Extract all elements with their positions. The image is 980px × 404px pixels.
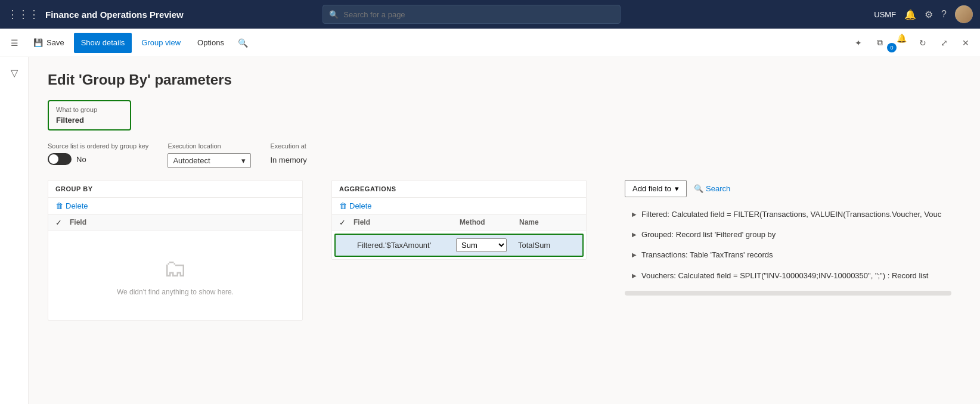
global-search[interactable]: 🔍 [322,5,621,24]
show-details-button[interactable]: Show details [74,33,132,53]
what-to-group-box[interactable]: What to group Filtered [48,100,131,130]
tree-list: ▶ Filtered: Calculated field = FILTER(Tr… [625,204,951,286]
toolbar: ☰ 💾 Save Show details Group view Options… [0,29,980,57]
global-search-input[interactable] [343,10,614,19]
aggregations-section: AGGREGATIONS 🗑 Delete ✓ Field Method Nam… [331,180,587,260]
execution-location-select[interactable]: Autodetect ▾ [168,153,251,168]
source-ordered-field: Source list is ordered by group key No [48,142,148,165]
execution-at-value: In memory [270,153,306,167]
avatar[interactable] [955,5,973,23]
page-title: Edit 'Group By' parameters [48,72,961,88]
toggle-switch[interactable] [48,153,72,165]
agg-field-header: Field [353,218,460,227]
right-panel-toolbar: Add field to ▾ 🔍 Search [625,180,951,197]
empty-icon: 🗂 [163,255,187,282]
expand-icon-filtered: ▶ [632,210,637,219]
notification-badge: 0 [887,43,897,52]
search-magnifier-icon: 🔍 [329,10,339,19]
tree-item-transactions-text: Transactions: Table 'TaxTrans' records [641,250,944,260]
save-button[interactable]: 💾 Save [26,33,72,53]
agg-row-field: Filtered.'$TaxAmount' [357,241,456,250]
execution-location-field: Execution location Autodetect ▾ [168,142,251,168]
options-button[interactable]: Options [190,33,231,53]
dropdown-icon: ▾ [675,184,679,193]
help-icon[interactable]: ? [941,9,947,20]
agg-trash-icon: 🗑 [339,201,347,210]
save-icon: 💾 [33,38,43,47]
main-layout: ▽ Edit 'Group By' parameters What to gro… [0,57,980,404]
agg-method-select[interactable]: Sum [456,238,507,252]
topbar-right: USMF 🔔 ⚙ ? [874,5,973,23]
what-to-group-label: What to group [56,106,123,113]
aggregations-table-header: ✓ Field Method Name [332,215,586,231]
hamburger-button[interactable]: ☰ [5,33,24,52]
toolbar-right: ✦ ⧉ 🔔 0 ↻ ⤢ ✕ [849,29,975,57]
refresh-button[interactable]: ↻ [913,33,932,52]
execution-location-label: Execution location [168,142,251,150]
tree-item-grouped[interactable]: ▶ Grouped: Record list 'Filtered' group … [625,225,951,245]
add-field-label: Add field to [632,184,671,193]
source-ordered-label: Source list is ordered by group key [48,142,148,150]
search-icon: 🔍 [694,184,703,193]
what-to-group-value: Filtered [56,116,123,125]
aggregation-row[interactable]: Filtered.'$TaxAmount' Sum TotalSum [334,234,584,257]
agg-row-name: TotalSum [516,241,575,250]
main-content: Edit 'Group By' parameters What to group… [29,57,980,404]
agg-row-method[interactable]: Sum [456,238,516,252]
empty-text: We didn't find anything to show here. [117,288,234,296]
tree-item-transactions[interactable]: ▶ Transactions: Table 'TaxTrans' records [625,245,951,265]
toggle-value: No [76,155,86,164]
open-in-new-button[interactable]: ⤢ [935,33,954,52]
horizontal-scrollbar[interactable] [625,291,951,296]
expand-icon-transactions: ▶ [632,251,637,259]
right-panel: Add field to ▾ 🔍 Search ▶ Filtered: Calc… [615,180,961,300]
tree-item-filtered[interactable]: ▶ Filtered: Calculated field = FILTER(Tr… [625,204,951,225]
sidebar: ▽ [0,57,29,404]
search-button[interactable]: 🔍 Search [694,184,730,193]
add-field-button[interactable]: Add field to ▾ [625,180,687,197]
execution-at-field: Execution at In memory [270,142,306,167]
tree-item-vouchers[interactable]: ▶ Vouchers: Calculated field = SPLIT("IN… [625,266,951,286]
topbar: ⋮⋮⋮ Finance and Operations Preview 🔍 USM… [0,0,980,29]
sidebar-item-filter[interactable]: ▽ [4,62,25,83]
settings-icon[interactable]: ⚙ [925,9,933,20]
split-view-button[interactable]: ⧉ [870,33,889,52]
bell-icon[interactable]: 🔔 [904,9,916,20]
aggregations-delete-button[interactable]: 🗑 Delete [339,201,372,210]
tree-item-filtered-text: Filtered: Calculated field = FILTER(Tran… [641,209,944,220]
tree-item-vouchers-text: Vouchers: Calculated field = SPLIT("INV-… [641,271,944,281]
toolbar-search-button[interactable]: 🔍 [234,33,253,52]
aggregations-delete-row: 🗑 Delete [332,198,586,215]
group-view-button[interactable]: Group view [134,33,188,53]
trash-icon: 🗑 [55,201,63,210]
group-by-table-header: ✓ Field [48,215,302,231]
agg-method-header: Method [460,218,519,227]
toggle-row: No [48,153,148,165]
group-by-header: GROUP BY [48,181,302,198]
group-by-delete-button[interactable]: 🗑 Delete [55,201,88,210]
source-settings: Source list is ordered by group key No E… [48,142,961,168]
execution-at-label: Execution at [270,142,306,150]
group-by-empty-state: 🗂 We didn't find anything to show here. [48,231,302,320]
check-header: ✓ [55,218,70,227]
tree-item-grouped-text: Grouped: Record list 'Filtered' group by [641,229,944,240]
chevron-down-icon: ▾ [241,156,246,165]
expand-icon-vouchers: ▶ [632,272,637,280]
app-title: Finance and Operations Preview [45,10,184,20]
expand-icon-grouped: ▶ [632,231,637,239]
agg-name-header: Name [519,218,579,227]
env-label: USMF [874,10,896,19]
personalize-icon-button[interactable]: ✦ [849,33,868,52]
field-header: Field [70,218,295,227]
grid-icon[interactable]: ⋮⋮⋮ [7,8,39,21]
group-by-section: GROUP BY 🗑 Delete ✓ Field 🗂 We didn't fi… [48,180,303,321]
aggregations-header: AGGREGATIONS [332,181,586,198]
group-by-delete-row: 🗑 Delete [48,198,302,215]
agg-check-header: ✓ [339,218,353,227]
close-button[interactable]: ✕ [956,33,975,52]
